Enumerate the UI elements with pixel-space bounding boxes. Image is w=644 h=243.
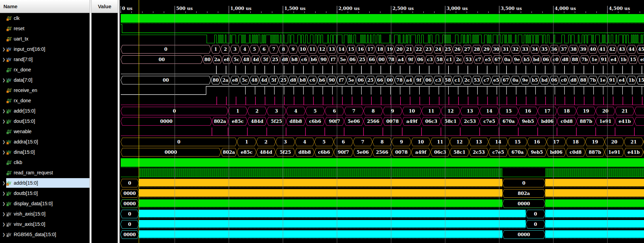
bus-value-label: 43	[619, 47, 625, 52]
bus-value-label: 27	[464, 47, 470, 52]
expand-chevron-icon[interactable]: ❯	[1, 119, 6, 124]
signal-name-label: rand[7:0]	[14, 57, 33, 62]
bus-value-label: 67	[494, 57, 501, 62]
bus-value-label: 14	[338, 47, 345, 52]
expand-chevron-icon[interactable]: ❯	[1, 232, 6, 237]
bus-signal-icon	[6, 78, 12, 83]
bus-value-label: 06	[551, 78, 557, 83]
bus-value-label: bd06	[550, 150, 562, 155]
bus-value-label: 1b	[629, 78, 635, 83]
signal-name-label: rx_done	[14, 67, 31, 72]
expand-chevron-icon[interactable]: ❯	[1, 78, 6, 82]
signal-name-label: addrb[15:0]	[14, 180, 38, 186]
expand-chevron-icon[interactable]: ❯	[1, 57, 6, 62]
scalar-signal-icon	[6, 16, 12, 21]
bus-value-label: 3	[284, 139, 287, 144]
ruler-time-label: 1,000 us	[230, 6, 251, 11]
bus-value-label: 5e06	[348, 119, 360, 124]
expand-chevron-icon[interactable]: ❯	[1, 222, 6, 227]
bus-value-label: 0000	[160, 119, 172, 124]
bus-value-label: 0	[177, 139, 180, 144]
bus-value-label: b6	[311, 57, 317, 62]
expand-chevron-icon[interactable]: ❯	[1, 181, 6, 185]
bus-value-label: 5	[313, 108, 317, 114]
bus-value-label: 9eb5	[522, 119, 534, 124]
wave-row-display_data: 00000000	[120, 199, 644, 208]
bus-value-label: 14	[486, 108, 492, 114]
bus-value-label: c6	[301, 57, 307, 62]
bus-value-label: 15	[630, 57, 636, 62]
ruler-time-label: 3,500 us	[501, 6, 522, 11]
bus-value-label: 14	[495, 139, 501, 144]
waveform-canvas[interactable]: 0123456789101112131415161718192021222324…	[0, 0, 644, 243]
bus-value-label: 06	[425, 78, 431, 83]
scalar-signal-icon	[6, 160, 12, 165]
bus-value-label: ef	[640, 57, 644, 62]
bus-value-label: 1b	[620, 57, 627, 62]
bus-value-label: c6b6	[309, 119, 321, 124]
bus-value-label: 7b	[590, 78, 596, 83]
bus-signal-icon	[6, 108, 12, 114]
bus-value-label: 06	[543, 57, 549, 62]
bus-value-label: 42	[609, 47, 615, 52]
bus-value-label: 48	[251, 78, 258, 83]
expand-chevron-icon[interactable]: ❯	[1, 47, 6, 51]
bus-value-label: 90f7	[338, 150, 349, 155]
bus-value-label: 06	[417, 57, 423, 62]
expand-chevron-icon[interactable]: ❯	[1, 191, 6, 196]
bus-value-label: 58	[445, 78, 451, 83]
bus-value-label: 17	[544, 108, 550, 114]
bus-value-label: 9f	[416, 78, 422, 83]
bus-value-label: 5c	[234, 57, 239, 62]
bus-value-label: 5f	[271, 78, 277, 83]
signal-name-label: receive_en	[14, 88, 37, 93]
bus-value-label: 00	[387, 78, 393, 83]
expand-chevron-icon[interactable]: ❯	[1, 150, 6, 154]
wave-row-read_ram_request	[121, 169, 644, 177]
ruler-time-label: 4,500 us	[609, 6, 630, 11]
bus-value-label: 887b	[580, 119, 592, 124]
bus-value-label: 9	[291, 47, 295, 52]
ruler-time-label: 0 us	[122, 6, 132, 11]
bus-value-label: 11	[309, 47, 315, 52]
bus-value-label: 80	[204, 57, 211, 62]
bus-value-label: 0	[534, 222, 537, 227]
bus-value-label: 40	[590, 47, 596, 52]
bus-value-label: 3	[234, 47, 237, 52]
bus-value-label: 41	[599, 47, 606, 52]
bus-value-label: 9	[400, 139, 403, 144]
bus-value-label: e85c	[232, 119, 243, 124]
expand-chevron-icon[interactable]: ❯	[1, 201, 6, 206]
bus-signal-icon	[6, 232, 12, 237]
bus-value-label: bd	[533, 57, 539, 62]
wave-row-clkb	[121, 158, 644, 168]
scalar-signal-icon	[6, 88, 12, 93]
ruler-time-label: 2,500 us	[393, 6, 414, 11]
bus-value-label: 11	[428, 108, 434, 114]
bus-value-label: 88	[572, 57, 578, 62]
expand-chevron-icon[interactable]: ❯	[1, 140, 6, 144]
bus-value-label: 2a	[223, 78, 229, 83]
bus-value-label: 91	[601, 57, 607, 62]
bus-value-label: 13	[329, 47, 335, 52]
bus-value-label: 25	[367, 78, 373, 83]
bus-value-label: e41b	[628, 150, 640, 155]
bus-value-label: 18	[377, 47, 383, 52]
bus-signal-icon	[6, 139, 12, 144]
bus-signal-icon	[6, 47, 12, 52]
bus-value-label: 06	[358, 78, 364, 83]
ruler-time-label: 500 us	[176, 6, 193, 11]
expand-chevron-icon[interactable]: ❯	[1, 212, 6, 216]
bus-value-label: 9f	[408, 57, 414, 62]
bus-value-label: e4	[619, 78, 625, 83]
bus-value-label: 58c1	[453, 150, 465, 155]
expand-chevron-icon[interactable]: ❯	[1, 109, 6, 113]
bus-value-label: 20	[611, 139, 617, 144]
bus-value-label: 9	[391, 108, 394, 114]
bus-value-label: c0d8	[561, 119, 573, 124]
bus-value-label: d8	[562, 57, 568, 62]
bus-value-label: 12	[456, 139, 463, 144]
bus-value-label: c0d8	[570, 150, 582, 155]
bus-value-label: 2	[264, 139, 267, 144]
scalar-signal-icon	[6, 170, 12, 175]
